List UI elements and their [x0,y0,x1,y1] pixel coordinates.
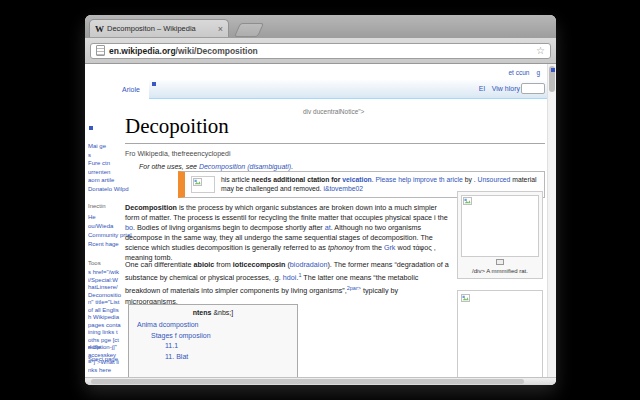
table-of-contents: ntens &nbs;] Anima dcompostion Stages f … [128,304,298,377]
sidebar-heading-tools: Toos [88,260,101,266]
text-segment: One can differentiate [125,260,194,269]
wiki-tab-strip: Ariole El Viw hlory [113,80,547,99]
toc-title-rest: &nbs;] [211,309,233,316]
thumbnail-image-placeholder[interactable] [461,195,539,257]
browser-window: W Decompositon – Wikipedia × en.wikipedi… [85,15,556,385]
toc-item[interactable]: 11. Blat [129,352,297,363]
sidebar-item-special-pages[interactable]: Speci page [88,356,118,362]
broken-image-icon [152,82,156,86]
figure-caption: /div> A mmmified rat. [461,257,539,275]
toc-title-bold: ntens [193,309,212,316]
sidebar-item-random-article[interactable]: aom artile [88,176,124,185]
window-titlebar[interactable]: W Decompositon – Wikipedia × [85,15,556,39]
new-tab-button[interactable] [234,23,264,37]
wiki-search-input[interactable] [521,83,545,94]
hatnote: For othe uses, see Decomposition (disamb… [139,163,293,170]
toc-item[interactable]: 11.1 [129,341,297,352]
tab-article[interactable]: Ariole [113,80,149,99]
link[interactable]: bo [125,223,133,232]
sidebar-item-donate[interactable]: Donatelo Wilpd [88,185,124,194]
text-segment: by . [463,176,478,183]
toc-item[interactable]: Stages f omposiion [129,331,297,342]
sidebar-item-community-portal[interactable]: Community prtal [88,231,124,240]
broken-image-icon [193,178,202,186]
sidebar-item-about[interactable]: ou/Wieda [88,222,124,231]
broken-image-icon [551,68,555,72]
sidebar-interaction: He ou/Wieda Community prtal Rcent hage [88,213,124,249]
tagline: Fro Wikipedia, thefreeencyclopedi [125,150,230,157]
text-segment: Decomposition [125,203,177,212]
text-segment: from [214,260,232,269]
login-link[interactable]: g [536,69,540,76]
sidebar-item-main-page[interactable]: Mai ge [88,142,124,151]
browser-toolbar: en.wikipedia.org/wiki/Decomposition ☆ [85,38,556,64]
sidebar-nav: Mai ge s Fure ctn urrenten aom artile Do… [88,142,124,193]
text-segment: his article [221,176,252,183]
figure-caption-text: /div> A mmmified rat. [472,268,528,274]
horizontal-scrollbar[interactable] [85,377,556,385]
text-segment: . [291,163,293,170]
sidebar-item-s[interactable]: s [88,151,124,160]
sidebar-item-featured-content[interactable]: Fure ctn [88,159,124,168]
broken-image-icon [463,197,472,205]
toc-item[interactable]: Anima dcompostion [129,320,297,331]
paragraph-1: Decomposition is the process by which or… [125,203,452,263]
link[interactable]: Grk [384,243,396,252]
toc-title: ntens &nbs;] [129,309,297,316]
bookmark-star-icon[interactable]: ☆ [536,46,545,56]
text-segment: tphonoy [328,243,354,252]
sidebar-item-current-events[interactable]: urrenten [88,168,124,177]
page-icon [96,45,105,56]
tab-title: Decompositon – Wikipedia [107,24,215,33]
sidebar-heading-interaction: Inectin [88,203,106,209]
link[interactable]: hdoi [283,273,297,282]
wikipedia-logo-broken-icon [89,126,93,130]
vertical-scrollbar[interactable] [547,64,556,377]
url-text[interactable]: en.wikipedia.org/wiki/Decomposition [109,46,536,56]
text-segment: For othe uses, see [139,163,199,170]
sidebar-item-help[interactable]: He [88,213,124,222]
page-title: Decopoition [125,114,545,144]
wikipedia-favicon-icon: W [95,24,104,34]
page-viewport: et ccung Ariole El Viw hlory Mai ge s Fu… [85,64,556,377]
link[interactable]: i&tovembe02 [323,185,363,192]
text-segment: needs additional ctation for [252,176,343,183]
browser-tab[interactable]: W Decompositon – Wikipedia × [89,19,229,37]
tab-close-icon[interactable]: × [218,25,223,33]
link[interactable]: Please help improve th aricle [376,176,463,183]
link[interactable]: Unsourced [478,176,511,183]
tab-edit[interactable]: El [479,85,485,92]
link[interactable]: 2par> [347,285,361,291]
text-segment: . Bodies of living organisms begin to de… [133,223,325,232]
tab-view-history[interactable]: Viw hlory [492,85,520,92]
thumbnail-figure: /div> A mmmified rat. [457,191,543,279]
paragraph-2: One can differentiate abioic from iotice… [125,260,452,307]
second-figure-placeholder [457,290,543,377]
url-path: /wiki/Decomposition [176,46,258,56]
sidebar-item-recent-changes[interactable]: Rcent hage [88,240,124,249]
text-segment: ioticecomposin [233,260,286,269]
text-segment: abioic [194,260,215,269]
scrollbar-thumb[interactable] [91,379,524,384]
broken-image-icon [461,294,470,302]
link[interactable]: biodradaion [290,260,328,269]
sidebar-item-edfle[interactable]: edfle [88,344,101,350]
personal-links[interactable]: et ccung [508,69,540,76]
ambox-image-placeholder [191,176,215,193]
url-domain: en.wikipedia.org [109,46,176,56]
enlarge-icon[interactable] [496,259,504,265]
address-bar[interactable]: en.wikipedia.org/wiki/Decomposition ☆ [90,43,551,59]
create-account-link[interactable]: et ccun [508,69,529,76]
link[interactable]: Decomposition (disambiguati) [199,163,291,170]
text-segment: from the [354,243,384,252]
link[interactable]: veication [342,176,371,183]
